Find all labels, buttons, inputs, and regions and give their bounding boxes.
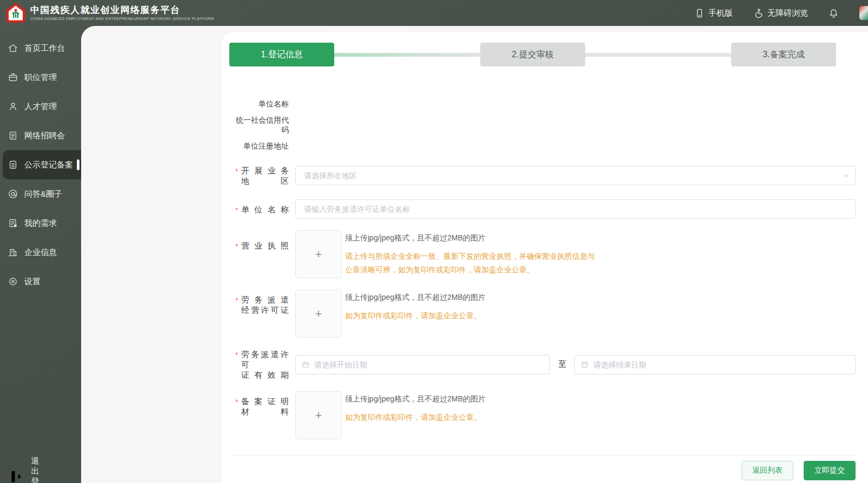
platform-logo-icon: [5, 3, 26, 23]
required-marker: *: [235, 398, 238, 406]
warning-text: 如为复印件或彩印件，请加盖企业公章。: [345, 411, 486, 424]
list-icon: [8, 218, 18, 229]
field-label: * 开展业务 地区: [241, 165, 289, 186]
sidebar-item-company-info[interactable]: 企业信息: [0, 238, 81, 267]
form-card: 1.登记信息 2.提交审核 3.备案完成 单位名称 统一社会信用代码 单位注册地…: [222, 32, 868, 483]
upload-hints: 须上传jpg/jpeg格式，且不超过2MB的图片 请上传与所填企业全称一致、最新…: [345, 230, 600, 277]
footer-divider: [229, 455, 856, 455]
person-icon: [8, 101, 18, 112]
field-row-dispatch-license: * 劳务派遣 经营许可证 + 须上传jpg/jpeg格式，且不超过2MB的图片 …: [229, 290, 856, 338]
sidebar-item-online-job-fair[interactable]: 网络招聘会: [0, 121, 81, 150]
mobile-version-link[interactable]: 手机版: [694, 8, 733, 18]
field-label: 统一社会信用代码: [229, 116, 289, 135]
sidebar-item-public-registration-filing[interactable]: 公示登记备案: [3, 150, 81, 179]
format-hint: 须上传jpg/jpeg格式，且不超过2MB的图片: [345, 232, 600, 244]
field-label: * 单位名称: [241, 204, 289, 214]
back-to-list-button[interactable]: 返回列表: [741, 461, 793, 480]
accessibility-label: 无障碍浏览: [767, 8, 808, 18]
page-subtitle: CHINA DISABLED EMPLOYMENT AND ENTREPRENE…: [30, 17, 214, 21]
chevron-down-icon: [842, 171, 851, 180]
step-connector: [334, 53, 480, 57]
sidebar-item-job-management[interactable]: 职位管理: [0, 63, 81, 92]
field-label: * 劳务派遣许可 证有效期: [241, 349, 289, 380]
format-hint: 须上传jpg/jpeg格式，且不超过2MB的图片: [345, 292, 486, 303]
gear-icon: [8, 276, 18, 287]
sidebar-item-label: 问答&圈子: [24, 189, 62, 199]
static-field-registered-address: 单位注册地址: [229, 136, 856, 157]
field-label: 单位注册地址: [229, 142, 289, 151]
step-2-submit-review: 2.提交审核: [480, 43, 585, 66]
dispatch-license-upload[interactable]: +: [295, 290, 342, 338]
field-label: * 备案证明 材料: [241, 396, 289, 417]
app-header: 中国残疾人就业创业网络服务平台 CHINA DISABLED EMPLOYMEN…: [0, 0, 868, 26]
field-row-license-validity: * 劳务派遣许可 证有效期 至: [229, 349, 856, 380]
brand-block: 中国残疾人就业创业网络服务平台 CHINA DISABLED EMPLOYMEN…: [30, 5, 214, 21]
calendar-icon: [301, 360, 310, 369]
required-marker: *: [235, 296, 238, 305]
sidebar-item-label: 公示登记备案: [24, 160, 73, 170]
step-connector: [585, 53, 731, 57]
step-3-filing-complete: 3.备案完成: [731, 43, 836, 66]
user-avatar[interactable]: [859, 6, 868, 20]
mobile-version-label: 手机版: [708, 8, 733, 18]
logout-label: 退出登录: [31, 456, 46, 483]
active-indicator: [77, 159, 79, 170]
unit-name-input[interactable]: [295, 199, 856, 219]
sidebar-item-home-workbench[interactable]: 首页工作台: [0, 33, 81, 63]
upload-hints: 须上传jpg/jpeg格式，且不超过2MB的图片 如为复印件或彩印件，请加盖企业…: [345, 391, 486, 424]
business-license-upload[interactable]: +: [295, 230, 342, 278]
field-label: 单位名称: [229, 99, 289, 109]
form-actions: 返回列表 立即提交: [229, 461, 856, 483]
sidebar-item-label: 人才管理: [24, 102, 57, 112]
format-hint: 须上传jpg/jpeg格式，且不超过2MB的图片: [345, 393, 486, 405]
sidebar-item-label: 网络招聘会: [24, 131, 65, 141]
sidebar-item-label: 设置: [24, 277, 41, 287]
required-marker: *: [235, 167, 238, 176]
plus-icon: +: [315, 408, 322, 422]
field-row-business-region: * 开展业务 地区: [229, 165, 856, 186]
sidebar-item-label: 企业信息: [24, 247, 57, 258]
submit-button[interactable]: 立即提交: [804, 461, 856, 480]
warning-text: 如为复印件或彩印件，请加盖企业公章。: [345, 309, 486, 323]
sidebar-item-my-requirements[interactable]: 我的需求: [0, 209, 81, 238]
step-indicator: 1.登记信息 2.提交审核 3.备案完成: [229, 43, 836, 66]
step-1-registration-info: 1.登记信息: [229, 43, 334, 66]
at-icon: [8, 189, 18, 199]
logout-button[interactable]: 退出登录: [0, 464, 46, 483]
sidebar-item-label: 职位管理: [24, 72, 57, 83]
phone-icon: [694, 8, 705, 18]
plus-icon: +: [315, 247, 322, 261]
sidebar-item-settings[interactable]: 设置: [0, 267, 81, 296]
sidebar-item-qa-circle[interactable]: 问答&圈子: [0, 179, 81, 209]
warning-text: 请上传与所填企业全称一致、最新下发的营业执照，并确保营业执照信息与公章清晰可辨，…: [345, 250, 600, 277]
field-label: * 营业执照: [241, 240, 289, 251]
header-actions: 手机版 无障碍浏览: [694, 6, 868, 20]
calendar-icon: [580, 360, 589, 369]
accessibility-link[interactable]: 无障碍浏览: [753, 8, 808, 18]
document-icon: [8, 130, 18, 141]
field-row-filing-material: * 备案证明 材料 + 须上传jpg/jpeg格式，且不超过2MB的图片 如为复…: [229, 391, 856, 439]
sidebar-item-label: 我的需求: [24, 218, 57, 229]
region-select[interactable]: [295, 166, 856, 185]
logout-icon: [8, 468, 25, 483]
required-marker: *: [235, 206, 238, 214]
briefcase-icon: [8, 72, 18, 83]
building-icon: [8, 247, 18, 258]
content-panel: 1.登记信息 2.提交审核 3.备案完成 单位名称 统一社会信用代码 单位注册地…: [81, 26, 868, 483]
accessibility-icon: [753, 8, 764, 18]
static-field-unit-name: 单位名称: [229, 93, 856, 115]
end-date-input[interactable]: [574, 355, 856, 374]
page-title: 中国残疾人就业创业网络服务平台: [30, 5, 214, 16]
sidebar-item-talent-management[interactable]: 人才管理: [0, 92, 81, 121]
plus-icon: +: [315, 307, 322, 321]
required-marker: *: [235, 242, 238, 251]
sidebar-nav: 首页工作台 职位管理 人才管理 网络招聘会 公示登记备案 问答&圈子: [0, 26, 81, 483]
clipboard-icon: [8, 159, 18, 170]
field-row-unit-name: * 单位名称: [229, 199, 856, 219]
required-marker: *: [235, 351, 238, 359]
start-date-input[interactable]: [295, 355, 550, 374]
home-icon: [8, 43, 18, 53]
date-range-separator: 至: [558, 359, 566, 370]
filing-material-upload[interactable]: +: [295, 391, 342, 439]
bell-icon[interactable]: [829, 8, 839, 18]
